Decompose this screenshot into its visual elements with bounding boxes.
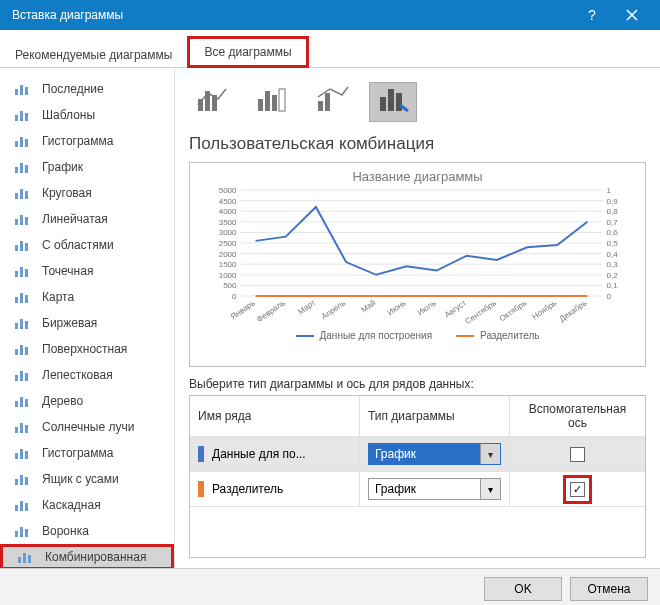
svg-rect-64: [318, 101, 323, 111]
chart-type-icon: [14, 471, 32, 487]
close-button[interactable]: [612, 0, 652, 30]
svg-rect-21: [15, 271, 18, 277]
sidebar-item-7[interactable]: Точечная: [0, 258, 174, 284]
legend-label: Данные для построения: [320, 330, 433, 341]
sidebar-item-label: Дерево: [42, 394, 83, 408]
series-type-combo[interactable]: График ▾: [368, 478, 501, 500]
combo-thumb-1[interactable]: [249, 82, 297, 122]
svg-text:1500: 1500: [219, 260, 237, 269]
svg-rect-60: [258, 99, 263, 111]
sidebar-item-13[interactable]: Солнечные лучи: [0, 414, 174, 440]
svg-rect-62: [272, 95, 277, 111]
svg-text:Июнь: Июнь: [386, 298, 408, 317]
svg-rect-16: [20, 215, 23, 225]
svg-rect-5: [25, 113, 28, 121]
sidebar-item-10[interactable]: Поверхностная: [0, 336, 174, 362]
sidebar-item-label: Поверхностная: [42, 342, 127, 356]
aux-axis-checkbox[interactable]: ✓: [570, 482, 585, 497]
chart-type-icon: [14, 289, 32, 305]
series-type-combo[interactable]: График ▾: [368, 443, 501, 465]
sidebar-item-4[interactable]: Круговая: [0, 180, 174, 206]
sidebar-item-9[interactable]: Биржевая: [0, 310, 174, 336]
svg-rect-53: [25, 529, 28, 537]
series-type-cell: График ▾: [360, 472, 510, 506]
help-button[interactable]: ?: [572, 0, 612, 30]
legend-swatch-icon: [456, 335, 474, 337]
tabs: Рекомендуемые диаграммы Все диаграммы: [0, 30, 660, 68]
chart-type-icon: [14, 237, 32, 253]
sidebar-item-5[interactable]: Линейчатая: [0, 206, 174, 232]
chart-title: Название диаграммы: [196, 169, 639, 184]
svg-rect-17: [25, 217, 28, 225]
sidebar-item-label: С областями: [42, 238, 114, 252]
sidebar-item-15[interactable]: Ящик с усами: [0, 466, 174, 492]
svg-rect-65: [325, 93, 330, 111]
grid-header: Имя ряда Тип диаграммы Вспомогательная о…: [190, 396, 645, 437]
sidebar-item-label: Точечная: [42, 264, 93, 278]
ok-button[interactable]: OK: [484, 577, 562, 601]
sidebar-item-8[interactable]: Карта: [0, 284, 174, 310]
sidebar-item-3[interactable]: График: [0, 154, 174, 180]
sidebar-item-label: Ящик с усами: [42, 472, 119, 486]
svg-rect-9: [15, 167, 18, 173]
chart-type-icon: [14, 159, 32, 175]
svg-rect-61: [265, 91, 270, 111]
chart-type-icon: [17, 549, 35, 565]
sidebar-item-14[interactable]: Гистограмма: [0, 440, 174, 466]
sidebar-item-12[interactable]: Дерево: [0, 388, 174, 414]
svg-text:Январь: Январь: [229, 298, 257, 321]
svg-rect-52: [20, 527, 23, 537]
svg-rect-1: [20, 85, 23, 95]
svg-rect-27: [15, 323, 18, 329]
svg-rect-28: [20, 319, 23, 329]
combo-thumb-0[interactable]: [189, 82, 237, 122]
sidebar-item-6[interactable]: С областями: [0, 232, 174, 258]
svg-rect-23: [25, 269, 28, 277]
aux-axis-checkbox[interactable]: [570, 447, 585, 462]
combo-thumb-3[interactable]: [369, 82, 417, 122]
svg-rect-15: [15, 219, 18, 225]
sidebar-item-2[interactable]: Гистограмма: [0, 128, 174, 154]
sidebar-item-label: Гистограмма: [42, 446, 113, 460]
sidebar-item-11[interactable]: Лепестковая: [0, 362, 174, 388]
sidebar-item-label: Карта: [42, 290, 74, 304]
chart-type-icon: [14, 263, 32, 279]
svg-rect-11: [25, 165, 28, 173]
sidebar-item-0[interactable]: Последние: [0, 76, 174, 102]
col-name: Имя ряда: [190, 396, 360, 436]
tab-recommended[interactable]: Рекомендуемые диаграммы: [0, 41, 187, 68]
cancel-button[interactable]: Отмена: [570, 577, 648, 601]
sidebar-item-17[interactable]: Воронка: [0, 518, 174, 544]
svg-rect-14: [25, 191, 28, 199]
svg-rect-18: [15, 245, 18, 251]
combo-thumb-2[interactable]: [309, 82, 357, 122]
svg-text:3500: 3500: [219, 218, 237, 227]
chart-type-icon: [14, 341, 32, 357]
svg-rect-13: [20, 189, 23, 199]
chart-type-icon: [14, 133, 32, 149]
svg-rect-24: [15, 297, 18, 303]
legend-item: Данные для построения: [296, 330, 433, 341]
svg-text:0: 0: [232, 292, 237, 301]
tab-all[interactable]: Все диаграммы: [187, 36, 308, 68]
svg-rect-63: [279, 89, 285, 111]
svg-rect-44: [25, 451, 28, 459]
svg-text:Октябрь: Октябрь: [498, 298, 529, 323]
sidebar: Последние Шаблоны Гистограмма График Кру…: [0, 68, 175, 568]
sidebar-item-18[interactable]: Комбинированная: [0, 544, 174, 568]
svg-text:0,7: 0,7: [607, 218, 619, 227]
svg-rect-37: [20, 397, 23, 407]
sidebar-item-1[interactable]: Шаблоны: [0, 102, 174, 128]
series-type-value: График: [375, 482, 416, 496]
svg-text:0,4: 0,4: [607, 250, 619, 259]
svg-text:5000: 5000: [219, 186, 237, 195]
svg-text:0,2: 0,2: [607, 271, 619, 280]
svg-rect-41: [25, 425, 28, 433]
svg-text:1: 1: [607, 186, 612, 195]
sidebar-item-label: Воронка: [42, 524, 89, 538]
chevron-down-icon: ▾: [480, 479, 500, 499]
chart-type-icon: [14, 185, 32, 201]
svg-text:0,3: 0,3: [607, 260, 619, 269]
sidebar-item-16[interactable]: Каскадная: [0, 492, 174, 518]
svg-rect-4: [20, 111, 23, 121]
